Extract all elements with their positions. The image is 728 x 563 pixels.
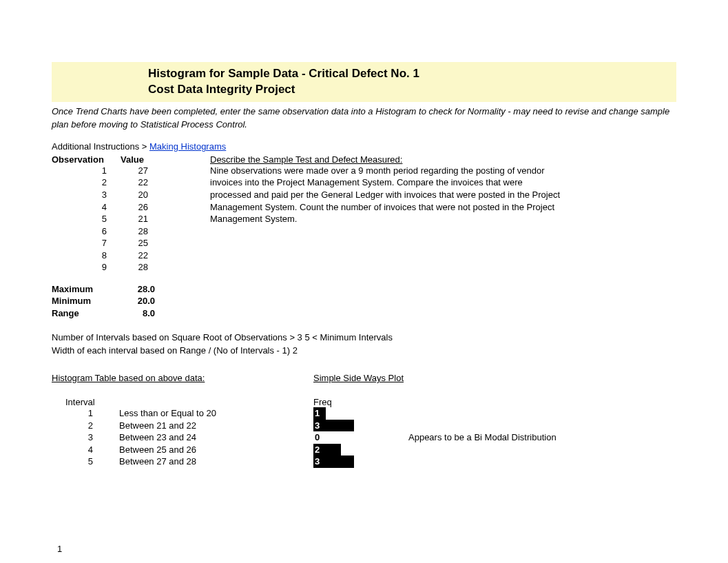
interval-freq: 0 xyxy=(313,431,326,444)
interval-freq: 3 xyxy=(313,420,326,432)
observation-number: 4 xyxy=(52,201,121,214)
observation-value: 25 xyxy=(121,237,148,249)
interval-label: Between 21 and 22 xyxy=(119,420,313,432)
note-intervals: Number of Intervals based on Square Root… xyxy=(52,331,676,345)
histogram-row: 4Between 25 and 262 xyxy=(52,444,676,456)
interval-number: 2 xyxy=(52,420,119,432)
description-body: Nine observations were made over a 9 mon… xyxy=(210,165,561,225)
observation-row: 928 xyxy=(52,261,210,274)
observation-number: 1 xyxy=(52,165,121,177)
observation-row: 628 xyxy=(52,225,210,238)
stat-range-label: Range xyxy=(52,307,121,320)
histogram-block: Interval Freq 1Less than or Equal to 201… xyxy=(52,397,676,468)
interval-notes: Number of Intervals based on Square Root… xyxy=(52,331,676,358)
interval-bar xyxy=(326,455,354,468)
sideways-plot-header: Simple Side Ways Plot xyxy=(313,373,404,383)
histogram-row: 3Between 23 and 240Appears to be a Bi Mo… xyxy=(52,431,676,444)
observation-value: 27 xyxy=(121,165,148,177)
observation-number: 2 xyxy=(52,176,121,189)
observation-row: 222 xyxy=(52,176,210,189)
hist-col-freq: Freq xyxy=(313,397,341,407)
description-header: Describe the Sample Test and Defect Meas… xyxy=(210,154,676,165)
observation-number: 8 xyxy=(52,249,121,262)
observation-value: 20 xyxy=(121,189,148,201)
interval-freq: 3 xyxy=(313,455,326,468)
observation-value: 28 xyxy=(121,261,148,274)
observation-number: 7 xyxy=(52,237,121,249)
obs-header-observation: Observation xyxy=(52,154,121,165)
page-title-1: Histogram for Sample Data - Critical Def… xyxy=(148,66,676,82)
hist-table-header: Histogram Table based on above data: xyxy=(52,373,313,383)
observation-row: 320 xyxy=(52,189,210,201)
making-histograms-link[interactable]: Making Histograms xyxy=(149,141,226,152)
interval-number: 4 xyxy=(52,444,119,456)
stat-range-value: 8.0 xyxy=(121,307,155,320)
histogram-row: 2Between 21 and 223 xyxy=(52,420,676,432)
obs-header-value: Value xyxy=(121,154,162,165)
observation-value: 26 xyxy=(121,201,148,214)
stat-max-label: Maximum xyxy=(52,283,121,296)
observation-row: 426 xyxy=(52,201,210,214)
stat-min-label: Minimum xyxy=(52,295,121,307)
note-width: Width of each interval based on Range / … xyxy=(52,345,676,358)
observation-number: 9 xyxy=(52,261,121,274)
observation-row: 822 xyxy=(52,249,210,262)
page-number: 1 xyxy=(57,544,676,554)
stat-min-value: 20.0 xyxy=(121,295,155,307)
observation-number: 3 xyxy=(52,189,121,201)
description-block: Describe the Sample Test and Defect Meas… xyxy=(210,154,676,225)
observation-value: 28 xyxy=(121,225,148,238)
observation-row: 725 xyxy=(52,237,210,249)
interval-bar xyxy=(326,420,354,432)
hist-col-interval: Interval xyxy=(52,397,121,407)
histogram-row: 5Between 27 and 283 xyxy=(52,455,676,468)
interval-label: Less than or Equal to 20 xyxy=(119,407,313,420)
interval-freq: 2 xyxy=(313,444,326,456)
observations-block: Observation Value 1272223204265216287258… xyxy=(52,154,210,320)
observation-value: 22 xyxy=(121,176,148,189)
observation-row: 127 xyxy=(52,165,210,177)
observation-number: 6 xyxy=(52,225,121,238)
observation-value: 21 xyxy=(121,213,148,225)
stats-block: Maximum 28.0 Minimum 20.0 Range 8.0 xyxy=(52,283,210,320)
additional-instructions: Additional Instructions > Making Histogr… xyxy=(52,141,676,152)
intro-text: Once Trend Charts have been completed, e… xyxy=(52,105,676,132)
stat-max-value: 28.0 xyxy=(121,283,155,296)
interval-number: 1 xyxy=(52,407,119,420)
additional-instructions-label: Additional Instructions > xyxy=(52,141,149,152)
observation-row: 521 xyxy=(52,213,210,225)
interval-bar xyxy=(326,444,341,456)
interval-number: 5 xyxy=(52,455,119,468)
interval-label: Between 25 and 26 xyxy=(119,444,313,456)
interval-label: Between 23 and 24 xyxy=(119,431,313,444)
histogram-row: 1Less than or Equal to 201 xyxy=(52,407,676,420)
observation-number: 5 xyxy=(52,213,121,225)
title-band: Histogram for Sample Data - Critical Def… xyxy=(52,62,676,102)
observation-value: 22 xyxy=(121,249,148,262)
distribution-note: Appears to be a Bi Modal Distribution xyxy=(326,431,557,444)
interval-label: Between 27 and 28 xyxy=(119,455,313,468)
interval-freq: 1 xyxy=(313,407,326,420)
page-title-2: Cost Data Integrity Project xyxy=(148,82,676,98)
interval-number: 3 xyxy=(52,431,119,444)
